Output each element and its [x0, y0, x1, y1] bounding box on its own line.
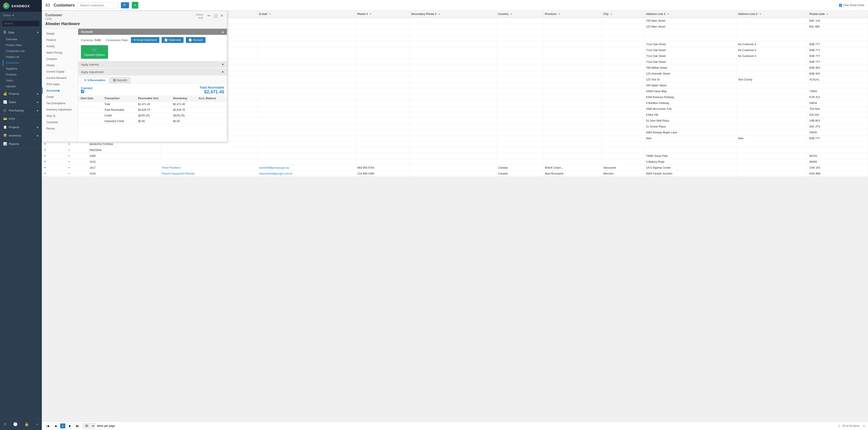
addr2-cell — [737, 100, 808, 106]
sidebar-section-finance-header[interactable]: 💰Finance ▸ — [0, 90, 42, 98]
lock-icon[interactable]: 🔒 — [23, 421, 30, 428]
nav-item-person[interactable]: Person — [42, 125, 78, 132]
nav-item-current-demand[interactable]: Current Demand — [42, 75, 78, 81]
edit-icon[interactable]: ✏ — [207, 13, 211, 18]
sidebar-section-data-header[interactable]: 🗄Data ▾ — [0, 28, 42, 36]
first-page-button[interactable]: |◀ — [44, 424, 51, 428]
edit-icon[interactable]: ✏ — [68, 154, 70, 158]
edit-icon[interactable]: ✏ — [68, 160, 70, 163]
edit-icon[interactable]: ✏ — [68, 172, 70, 175]
nav-item-details[interactable]: Details — [42, 31, 78, 37]
country-cell — [497, 59, 544, 65]
sidebar-search-input[interactable] — [2, 21, 39, 26]
sidebar-item-overview[interactable]: Overview — [3, 36, 42, 42]
nav-item-credit[interactable]: Credit — [42, 94, 78, 100]
customer-name-link[interactable]: Pistol Plumbers — [162, 166, 181, 169]
addr1-cell: 31 Grover Plaza — [645, 124, 737, 129]
refresh-icon[interactable]: ↻ — [863, 424, 865, 428]
next-page-button[interactable]: ▶ — [67, 424, 73, 428]
tab-deposits[interactable]: 🖼 Deposits — [110, 77, 130, 83]
nav-item-current-supply[interactable]: Current Supply — [42, 68, 78, 75]
nav-item-pos-sales[interactable]: POS Sales — [42, 81, 78, 88]
view-icon[interactable]: 👁 — [43, 154, 46, 158]
expand-icon[interactable]: ⬜ — [213, 13, 218, 18]
sidebar-item-users[interactable]: Users — [3, 78, 42, 84]
sidebar-section-pos-header[interactable]: 💳POS — [0, 115, 42, 123]
detail-content-area: Account ▲ Currency: CAD Conversion Rate: — [78, 29, 227, 142]
phone-cell — [356, 18, 410, 24]
account-button[interactable]: 📄 Account — [186, 37, 205, 43]
apply-interest-section[interactable]: Apply Interest ▼ — [78, 61, 227, 68]
sidebar-section-purchasing-header[interactable]: 🛒Purchasing ▸ — [0, 106, 42, 114]
clock-icon[interactable]: 🕐 — [12, 421, 19, 428]
email-link[interactable]: acockhill@privacy.gov.au — [259, 166, 289, 169]
sidebar-item-customers[interactable]: Customers — [3, 60, 42, 66]
sidebar-item-suppliers[interactable]: Suppliers — [3, 66, 42, 72]
sidebar-section-projects: 📋Projects ▸ — [0, 123, 42, 131]
nav-item-inventory-adjustment[interactable]: Inventory Adjustment — [42, 106, 78, 113]
view-icon[interactable]: 👁 — [43, 160, 46, 163]
view-icon[interactable]: 👁 — [43, 166, 46, 169]
statement-button[interactable]: 📄 Statement — [162, 37, 184, 43]
addr2-cell — [737, 24, 808, 30]
apply-adjustment-section[interactable]: Apply Adjustment ▼ — [78, 68, 227, 75]
search-input[interactable] — [78, 2, 118, 8]
view-icon[interactable]: 👁 — [43, 143, 46, 146]
close-icon[interactable]: ✕ — [220, 13, 224, 18]
sidebar-item-product-files[interactable]: Product Files — [3, 42, 42, 48]
sidebar-item-products[interactable]: Products — [3, 72, 42, 78]
chevron-down-icon2: ▼ — [221, 70, 224, 74]
edit-icon[interactable]: ✏ — [68, 148, 70, 152]
payment-options-button[interactable]: 🛒 Payment Options — [81, 45, 108, 59]
edit-icon[interactable]: ✏ — [68, 166, 70, 169]
province-cell — [544, 106, 602, 112]
prev-page-button[interactable]: ◀ — [53, 424, 58, 428]
sidebar-section-reports-header[interactable]: 📊Reports — [0, 140, 42, 148]
search-button[interactable]: 🔍 — [121, 2, 129, 8]
edit-icon[interactable]: ✏ — [68, 143, 70, 146]
tab-receivables[interactable]: $ $ Receivables — [81, 77, 109, 83]
province-cell — [544, 147, 602, 153]
nav-item-contacts[interactable]: Contacts — [42, 56, 78, 62]
sidebar-section-inventory-header[interactable]: 📦Inventory ▸ — [0, 131, 42, 140]
last-page-button[interactable]: ▶| — [74, 424, 81, 428]
sidebar-item-people-list[interactable]: People List — [3, 54, 42, 60]
nav-item-finance[interactable]: Finance — [42, 37, 78, 43]
sidebar-item-uploads[interactable]: Uploads — [3, 84, 42, 89]
view-icon[interactable]: 👁 — [43, 148, 46, 152]
email-cell — [258, 76, 356, 83]
nav-item-tax-exemptions[interactable]: Tax Exemptions — [42, 100, 78, 106]
postal-cell: E6C 2T0 — [808, 124, 868, 129]
logout-icon[interactable]: ↪ — [34, 421, 40, 428]
nav-item-history[interactable]: History — [42, 62, 78, 68]
per-page-select[interactable]: 50 25 100 — [83, 423, 95, 429]
only-active-checkbox[interactable] — [839, 4, 842, 7]
customer-name-link[interactable]: Platoon Equipment Rentals — [162, 172, 195, 175]
sidebar-section-projects-header[interactable]: 📋Projects ▸ — [0, 123, 42, 131]
city-cell — [602, 88, 645, 94]
nav-item-sales-pricing[interactable]: Sales Pricing — [42, 50, 78, 56]
user-menu[interactable]: Demo ▾ — [0, 12, 42, 19]
add-customer-button[interactable]: + — [132, 2, 138, 8]
logo-area: ▶ SANDBOX — [0, 0, 42, 12]
nav-item-ship-to[interactable]: Ship To — [42, 113, 78, 119]
phone-cell — [356, 35, 410, 41]
view-icon[interactable]: 👁 — [43, 172, 46, 175]
phone-cell — [356, 41, 410, 47]
phone2-cell — [410, 59, 497, 65]
email-cell — [258, 124, 356, 129]
city-cell — [602, 83, 645, 88]
sidebar-section-sales-header[interactable]: 📈Sales ▸ — [0, 98, 42, 106]
current-checkbox[interactable] — [81, 90, 84, 93]
email-link[interactable]: mbourdicel@google.com.br — [259, 172, 292, 175]
nav-item-customer[interactable]: Customer — [42, 119, 78, 125]
nav-item-activity[interactable]: Activity — [42, 43, 78, 50]
collapse-icon[interactable]: ▲ — [221, 30, 224, 33]
email-statement-button[interactable]: ✉ Email Statement — [131, 37, 159, 43]
nav-item-account[interactable]: Account ▶ — [42, 88, 78, 94]
country-cell — [497, 100, 544, 106]
sidebar-item-companies-list[interactable]: Companies List — [3, 48, 42, 54]
page-1-button[interactable]: 1 — [60, 424, 65, 428]
email-cell — [258, 71, 356, 76]
settings-icon[interactable]: ⚙ — [2, 421, 8, 428]
